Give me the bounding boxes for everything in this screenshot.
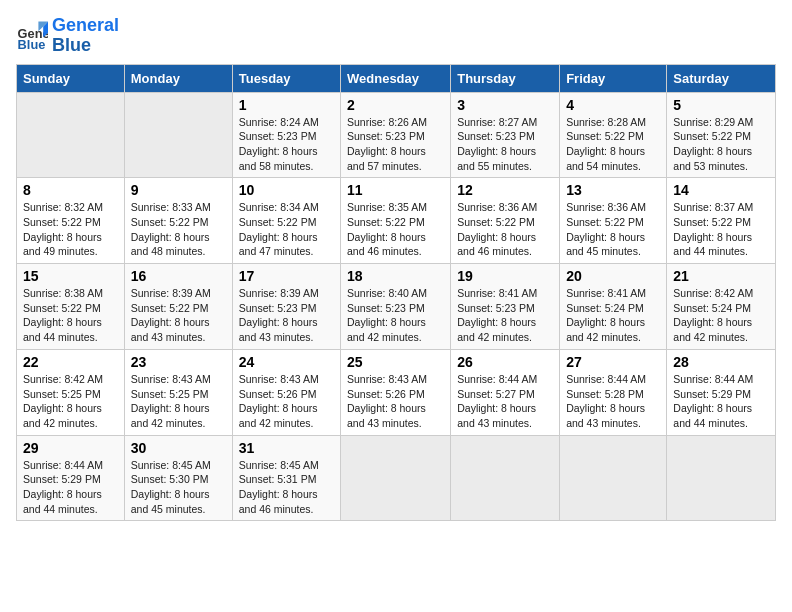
calendar-cell: 18 Sunrise: 8:40 AM Sunset: 5:23 PM Dayl… <box>341 264 451 350</box>
day-info: Sunrise: 8:35 AM Sunset: 5:22 PM Dayligh… <box>347 200 444 259</box>
calendar-cell: 8 Sunrise: 8:32 AM Sunset: 5:22 PM Dayli… <box>17 178 125 264</box>
day-number: 9 <box>131 182 226 198</box>
day-info: Sunrise: 8:36 AM Sunset: 5:22 PM Dayligh… <box>457 200 553 259</box>
day-info: Sunrise: 8:42 AM Sunset: 5:25 PM Dayligh… <box>23 372 118 431</box>
week-row-2: 8 Sunrise: 8:32 AM Sunset: 5:22 PM Dayli… <box>17 178 776 264</box>
calendar-cell: 28 Sunrise: 8:44 AM Sunset: 5:29 PM Dayl… <box>667 349 776 435</box>
logo-text: GeneralBlue <box>52 16 119 56</box>
day-number: 21 <box>673 268 769 284</box>
day-number: 10 <box>239 182 334 198</box>
logo-icon: General Blue <box>16 20 48 52</box>
day-info: Sunrise: 8:32 AM Sunset: 5:22 PM Dayligh… <box>23 200 118 259</box>
weekday-header-friday: Friday <box>560 64 667 92</box>
day-number: 31 <box>239 440 334 456</box>
calendar-cell <box>451 435 560 521</box>
calendar-cell: 27 Sunrise: 8:44 AM Sunset: 5:28 PM Dayl… <box>560 349 667 435</box>
calendar-cell: 23 Sunrise: 8:43 AM Sunset: 5:25 PM Dayl… <box>124 349 232 435</box>
day-number: 28 <box>673 354 769 370</box>
day-info: Sunrise: 8:44 AM Sunset: 5:29 PM Dayligh… <box>23 458 118 517</box>
calendar-cell: 13 Sunrise: 8:36 AM Sunset: 5:22 PM Dayl… <box>560 178 667 264</box>
calendar-cell: 2 Sunrise: 8:26 AM Sunset: 5:23 PM Dayli… <box>341 92 451 178</box>
calendar-cell: 4 Sunrise: 8:28 AM Sunset: 5:22 PM Dayli… <box>560 92 667 178</box>
calendar-cell: 31 Sunrise: 8:45 AM Sunset: 5:31 PM Dayl… <box>232 435 340 521</box>
day-info: Sunrise: 8:37 AM Sunset: 5:22 PM Dayligh… <box>673 200 769 259</box>
day-number: 19 <box>457 268 553 284</box>
day-number: 17 <box>239 268 334 284</box>
day-info: Sunrise: 8:43 AM Sunset: 5:26 PM Dayligh… <box>239 372 334 431</box>
day-number: 1 <box>239 97 334 113</box>
day-info: Sunrise: 8:44 AM Sunset: 5:27 PM Dayligh… <box>457 372 553 431</box>
day-number: 20 <box>566 268 660 284</box>
day-number: 15 <box>23 268 118 284</box>
day-number: 14 <box>673 182 769 198</box>
calendar-cell <box>560 435 667 521</box>
day-info: Sunrise: 8:43 AM Sunset: 5:25 PM Dayligh… <box>131 372 226 431</box>
day-number: 29 <box>23 440 118 456</box>
week-row-4: 22 Sunrise: 8:42 AM Sunset: 5:25 PM Dayl… <box>17 349 776 435</box>
calendar-cell: 29 Sunrise: 8:44 AM Sunset: 5:29 PM Dayl… <box>17 435 125 521</box>
calendar-cell: 15 Sunrise: 8:38 AM Sunset: 5:22 PM Dayl… <box>17 264 125 350</box>
day-info: Sunrise: 8:40 AM Sunset: 5:23 PM Dayligh… <box>347 286 444 345</box>
day-info: Sunrise: 8:45 AM Sunset: 5:31 PM Dayligh… <box>239 458 334 517</box>
day-info: Sunrise: 8:29 AM Sunset: 5:22 PM Dayligh… <box>673 115 769 174</box>
weekday-header-wednesday: Wednesday <box>341 64 451 92</box>
day-number: 27 <box>566 354 660 370</box>
day-info: Sunrise: 8:39 AM Sunset: 5:22 PM Dayligh… <box>131 286 226 345</box>
weekday-header-sunday: Sunday <box>17 64 125 92</box>
calendar-cell: 5 Sunrise: 8:29 AM Sunset: 5:22 PM Dayli… <box>667 92 776 178</box>
calendar-cell: 9 Sunrise: 8:33 AM Sunset: 5:22 PM Dayli… <box>124 178 232 264</box>
day-info: Sunrise: 8:44 AM Sunset: 5:29 PM Dayligh… <box>673 372 769 431</box>
calendar-cell: 22 Sunrise: 8:42 AM Sunset: 5:25 PM Dayl… <box>17 349 125 435</box>
page-header: General Blue GeneralBlue <box>16 16 776 56</box>
calendar-cell: 20 Sunrise: 8:41 AM Sunset: 5:24 PM Dayl… <box>560 264 667 350</box>
day-info: Sunrise: 8:39 AM Sunset: 5:23 PM Dayligh… <box>239 286 334 345</box>
svg-text:Blue: Blue <box>18 37 46 52</box>
day-number: 4 <box>566 97 660 113</box>
day-info: Sunrise: 8:34 AM Sunset: 5:22 PM Dayligh… <box>239 200 334 259</box>
day-number: 5 <box>673 97 769 113</box>
day-info: Sunrise: 8:44 AM Sunset: 5:28 PM Dayligh… <box>566 372 660 431</box>
calendar-table: SundayMondayTuesdayWednesdayThursdayFrid… <box>16 64 776 522</box>
week-row-1: 1 Sunrise: 8:24 AM Sunset: 5:23 PM Dayli… <box>17 92 776 178</box>
day-info: Sunrise: 8:36 AM Sunset: 5:22 PM Dayligh… <box>566 200 660 259</box>
day-number: 23 <box>131 354 226 370</box>
day-info: Sunrise: 8:43 AM Sunset: 5:26 PM Dayligh… <box>347 372 444 431</box>
calendar-cell: 12 Sunrise: 8:36 AM Sunset: 5:22 PM Dayl… <box>451 178 560 264</box>
calendar-cell: 25 Sunrise: 8:43 AM Sunset: 5:26 PM Dayl… <box>341 349 451 435</box>
calendar-cell: 19 Sunrise: 8:41 AM Sunset: 5:23 PM Dayl… <box>451 264 560 350</box>
day-info: Sunrise: 8:28 AM Sunset: 5:22 PM Dayligh… <box>566 115 660 174</box>
week-row-5: 29 Sunrise: 8:44 AM Sunset: 5:29 PM Dayl… <box>17 435 776 521</box>
day-number: 11 <box>347 182 444 198</box>
calendar-cell <box>124 92 232 178</box>
day-number: 8 <box>23 182 118 198</box>
calendar-cell: 10 Sunrise: 8:34 AM Sunset: 5:22 PM Dayl… <box>232 178 340 264</box>
logo: General Blue GeneralBlue <box>16 16 119 56</box>
day-number: 16 <box>131 268 226 284</box>
day-number: 22 <box>23 354 118 370</box>
day-info: Sunrise: 8:38 AM Sunset: 5:22 PM Dayligh… <box>23 286 118 345</box>
calendar-cell: 14 Sunrise: 8:37 AM Sunset: 5:22 PM Dayl… <box>667 178 776 264</box>
day-number: 25 <box>347 354 444 370</box>
day-info: Sunrise: 8:45 AM Sunset: 5:30 PM Dayligh… <box>131 458 226 517</box>
day-number: 24 <box>239 354 334 370</box>
day-info: Sunrise: 8:41 AM Sunset: 5:23 PM Dayligh… <box>457 286 553 345</box>
day-number: 13 <box>566 182 660 198</box>
calendar-cell <box>667 435 776 521</box>
day-number: 2 <box>347 97 444 113</box>
day-info: Sunrise: 8:33 AM Sunset: 5:22 PM Dayligh… <box>131 200 226 259</box>
day-info: Sunrise: 8:26 AM Sunset: 5:23 PM Dayligh… <box>347 115 444 174</box>
weekday-header-saturday: Saturday <box>667 64 776 92</box>
calendar-cell: 26 Sunrise: 8:44 AM Sunset: 5:27 PM Dayl… <box>451 349 560 435</box>
calendar-cell: 21 Sunrise: 8:42 AM Sunset: 5:24 PM Dayl… <box>667 264 776 350</box>
day-number: 3 <box>457 97 553 113</box>
day-number: 26 <box>457 354 553 370</box>
calendar-cell: 17 Sunrise: 8:39 AM Sunset: 5:23 PM Dayl… <box>232 264 340 350</box>
day-info: Sunrise: 8:41 AM Sunset: 5:24 PM Dayligh… <box>566 286 660 345</box>
calendar-cell <box>341 435 451 521</box>
weekday-header-tuesday: Tuesday <box>232 64 340 92</box>
calendar-cell: 16 Sunrise: 8:39 AM Sunset: 5:22 PM Dayl… <box>124 264 232 350</box>
day-info: Sunrise: 8:24 AM Sunset: 5:23 PM Dayligh… <box>239 115 334 174</box>
weekday-header-monday: Monday <box>124 64 232 92</box>
calendar-cell <box>17 92 125 178</box>
day-number: 12 <box>457 182 553 198</box>
